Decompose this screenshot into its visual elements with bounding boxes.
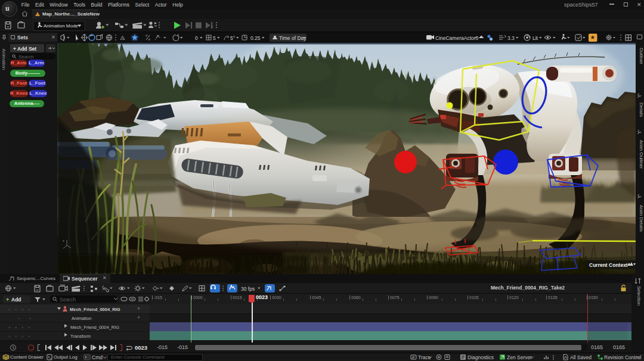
svg-text:3.3: 3.3 bbox=[507, 35, 515, 41]
svg-text:Time of Day: Time of Day bbox=[279, 35, 306, 41]
svg-text:30 fps: 30 fps bbox=[241, 286, 255, 292]
svg-text:Lit: Lit bbox=[532, 35, 538, 41]
svg-text:5: 5 bbox=[213, 35, 216, 41]
svg-text:0075: 0075 bbox=[390, 295, 400, 300]
svg-text:z: z bbox=[63, 239, 64, 242]
svg-text:5°: 5° bbox=[230, 35, 235, 41]
svg-text:0000: 0000 bbox=[193, 295, 203, 300]
svg-text:0135: 0135 bbox=[548, 295, 558, 300]
svg-text:0.25: 0.25 bbox=[250, 35, 261, 41]
svg-text:0015: 0015 bbox=[233, 295, 242, 300]
svg-text:0045: 0045 bbox=[312, 295, 321, 300]
svg-text:0090: 0090 bbox=[429, 295, 438, 300]
svg-text:0120: 0120 bbox=[509, 295, 519, 300]
svg-text:Animation Mode: Animation Mode bbox=[44, 23, 78, 29]
svg-text:0030: 0030 bbox=[272, 295, 281, 300]
svg-text:0060: 0060 bbox=[351, 295, 361, 300]
svg-text:0150: 0150 bbox=[589, 295, 598, 300]
svg-text:-015: -015 bbox=[154, 295, 162, 300]
svg-text:0105: 0105 bbox=[469, 295, 479, 300]
svg-text:CineCameraActor0: CineCameraActor0 bbox=[435, 35, 479, 41]
svg-text:Current Context: Current Context bbox=[589, 262, 628, 268]
svg-text:0: 0 bbox=[195, 35, 198, 41]
